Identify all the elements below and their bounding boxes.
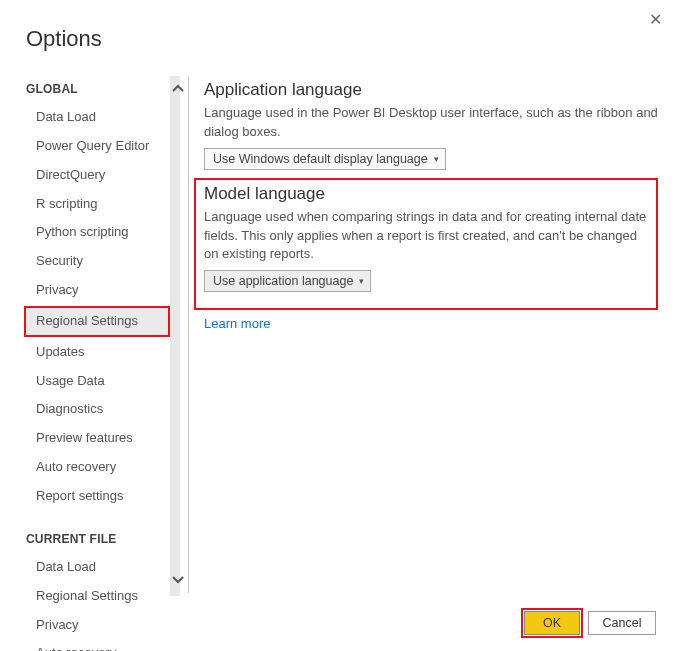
chevron-down-icon: ▾ <box>359 276 364 286</box>
close-icon[interactable]: ✕ <box>649 10 662 29</box>
sidebar-item-updates[interactable]: Updates <box>26 339 170 366</box>
select-application-language-value: Use Windows default display language <box>213 152 428 166</box>
learn-more-link[interactable]: Learn more <box>204 316 658 331</box>
sidebar-item-cf-auto-recovery[interactable]: Auto recovery <box>26 640 170 651</box>
sidebar-item-privacy[interactable]: Privacy <box>26 277 170 304</box>
chevron-down-icon[interactable] <box>170 572 186 587</box>
desc-model-language: Language used when comparing strings in … <box>204 208 648 265</box>
sidebar-item-usage-data[interactable]: Usage Data <box>26 368 170 395</box>
content-pane: Application language Language used in th… <box>170 76 676 593</box>
heading-application-language: Application language <box>204 80 658 100</box>
scrollbar-thumb[interactable] <box>170 76 180 596</box>
section-header-global: GLOBAL <box>26 82 170 96</box>
select-model-language-value: Use application language <box>213 274 353 288</box>
sidebar-item-r-scripting[interactable]: R scripting <box>26 191 170 218</box>
sidebar: GLOBAL Data Load Power Query Editor Dire… <box>0 76 170 593</box>
sidebar-item-regional-settings[interactable]: Regional Settings <box>24 306 170 337</box>
sidebar-item-cf-regional-settings[interactable]: Regional Settings <box>26 583 170 610</box>
sidebar-item-auto-recovery[interactable]: Auto recovery <box>26 454 170 481</box>
sidebar-item-report-settings[interactable]: Report settings <box>26 483 170 510</box>
sidebar-item-power-query-editor[interactable]: Power Query Editor <box>26 133 170 160</box>
chevron-down-icon: ▾ <box>434 154 439 164</box>
sidebar-item-diagnostics[interactable]: Diagnostics <box>26 396 170 423</box>
model-language-section: Model language Language used when compar… <box>194 178 658 311</box>
sidebar-item-cf-data-load[interactable]: Data Load <box>26 554 170 581</box>
cancel-button[interactable]: Cancel <box>588 611 656 635</box>
options-dialog: ✕ Options GLOBAL Data Load Power Query E… <box>0 0 676 651</box>
dialog-footer: OK Cancel <box>524 611 656 635</box>
vertical-divider <box>188 76 189 593</box>
desc-application-language: Language used in the Power BI Desktop us… <box>204 104 658 142</box>
chevron-up-icon[interactable] <box>170 82 186 97</box>
section-header-current-file: CURRENT FILE <box>26 532 170 546</box>
sidebar-item-python-scripting[interactable]: Python scripting <box>26 219 170 246</box>
sidebar-item-cf-privacy[interactable]: Privacy <box>26 612 170 639</box>
ok-button[interactable]: OK <box>524 611 580 635</box>
dialog-title: Options <box>26 26 676 52</box>
sidebar-item-directquery[interactable]: DirectQuery <box>26 162 170 189</box>
dialog-body: GLOBAL Data Load Power Query Editor Dire… <box>0 76 676 593</box>
sidebar-item-data-load[interactable]: Data Load <box>26 104 170 131</box>
select-model-language[interactable]: Use application language ▾ <box>204 270 371 292</box>
sidebar-item-preview-features[interactable]: Preview features <box>26 425 170 452</box>
sidebar-item-security[interactable]: Security <box>26 248 170 275</box>
select-application-language[interactable]: Use Windows default display language ▾ <box>204 148 446 170</box>
heading-model-language: Model language <box>204 184 648 204</box>
